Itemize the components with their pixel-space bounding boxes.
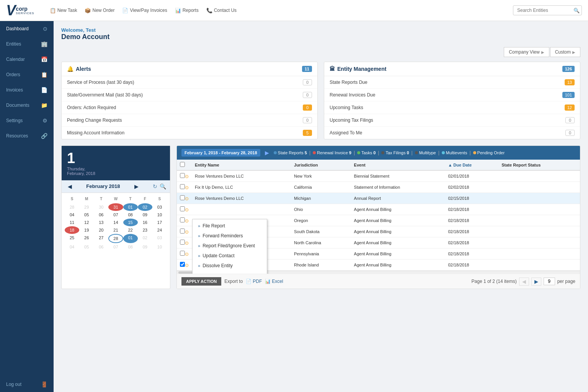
apply-action-btn[interactable]: APPLY ACTION [181, 277, 221, 286]
row-checkbox[interactable] [180, 173, 185, 178]
select-all-header[interactable] [177, 160, 192, 170]
cal-day[interactable]: 27 [94, 234, 108, 243]
cal-day[interactable]: 02 [138, 234, 152, 243]
alerts-row-4[interactable]: Missing Account Information 5 [62, 127, 317, 139]
cal-day[interactable]: 04 [65, 211, 79, 219]
cal-day[interactable]: 20 [94, 226, 108, 234]
alerts-row-2[interactable]: Orders: Action Required 0 [62, 101, 317, 114]
cal-day[interactable]: 07 [108, 243, 123, 251]
status-icon[interactable]: ⊙ [185, 252, 189, 257]
cal-day[interactable]: 11 [65, 219, 79, 226]
cal-day[interactable]: 08 [123, 243, 138, 251]
status-icon[interactable]: ⊙ [185, 207, 189, 212]
cal-day[interactable]: 03 [152, 203, 167, 211]
calendar-next-btn[interactable]: ▶ [132, 183, 141, 190]
status-icon[interactable]: ⊙ [185, 174, 189, 179]
nav-reports[interactable]: 📊 Reports [175, 8, 199, 13]
cal-day[interactable]: 03 [152, 234, 167, 243]
entity-row-2[interactable]: Upcoming Tasks 12 [324, 101, 580, 114]
cal-day[interactable]: 23 [138, 226, 152, 234]
cal-day[interactable]: 07 [108, 211, 123, 219]
row-checkbox[interactable] [180, 240, 185, 245]
row-checkbox[interactable] [180, 206, 185, 211]
cal-day[interactable]: 15 [123, 219, 138, 226]
cal-day[interactable]: 09 [138, 211, 152, 219]
ctx-report-filed[interactable]: » Report Filed/Ignore Event [193, 241, 267, 251]
alerts-row-3[interactable]: Pending Change Requests 0 [62, 114, 317, 127]
entity-row-0[interactable]: State Reports Due 13 [324, 76, 580, 89]
row-checkbox[interactable] [180, 195, 185, 200]
cal-day[interactable]: 04 [65, 243, 79, 251]
entity-row-3[interactable]: Upcoming Tax Filings 0 [324, 114, 580, 127]
cal-day[interactable]: 19 [79, 226, 94, 234]
cal-day[interactable]: 01 [123, 234, 138, 243]
th-due-date[interactable]: ▲ Due Date [445, 160, 498, 170]
th-entity-name[interactable]: Entity Name [192, 160, 291, 170]
sidebar-item-settings[interactable]: Settings ⚙ [0, 113, 54, 128]
status-icon[interactable]: ⊙ [185, 185, 189, 190]
cal-day[interactable]: 31 [108, 203, 123, 211]
cal-day[interactable]: 14 [108, 219, 123, 226]
status-icon[interactable]: ⊙ [185, 229, 189, 235]
sidebar-item-logout[interactable]: Log out 🚪 [0, 377, 54, 392]
page-input[interactable] [544, 278, 555, 285]
cal-day[interactable]: 08 [123, 211, 138, 219]
status-icon[interactable]: ⊙ [185, 196, 189, 201]
ctx-update-contact[interactable]: » Update Contact [193, 251, 267, 261]
custom-view-btn[interactable]: Custom ▶ [550, 47, 580, 57]
cal-day[interactable]: 17 [152, 219, 167, 226]
calendar-refresh-btn[interactable]: ↻ [153, 183, 157, 189]
sidebar-item-dashboard[interactable]: Dashboard ⊙ [0, 21, 54, 36]
nav-new-task[interactable]: 📋 New Task [50, 8, 77, 13]
row-checkbox[interactable] [180, 184, 185, 189]
cal-day[interactable]: 21 [108, 226, 123, 234]
entity-row-4[interactable]: Assigned To Me 0 [324, 127, 580, 139]
ctx-forward-reminders[interactable]: » Forward Reminders [193, 231, 267, 241]
search-icon[interactable]: 🔍 [573, 8, 580, 13]
export-pdf-btn[interactable]: 📄 PDF [246, 279, 262, 284]
alerts-row-0[interactable]: Service of Process (last 30 days) 0 [62, 76, 317, 89]
sidebar-item-invoices[interactable]: Invoices 📄 [0, 82, 54, 98]
sidebar-item-resources[interactable]: Resources 🔗 [0, 128, 54, 144]
sidebar-item-orders[interactable]: Orders 📋 [0, 67, 54, 82]
cal-day[interactable]: 05 [79, 211, 94, 219]
calendar-prev-btn[interactable]: ◀ [65, 183, 74, 190]
cal-day[interactable]: 16 [138, 219, 152, 226]
cal-day[interactable]: 28 [65, 203, 79, 211]
entity-row-1[interactable]: Renewal Invoices Due 101 [324, 89, 580, 101]
sidebar-item-entities[interactable]: Entities 🏢 [0, 36, 54, 52]
export-excel-btn[interactable]: 📊 Excel [265, 279, 283, 284]
status-icon[interactable]: ⊙ [185, 240, 189, 246]
calendar-search-btn[interactable]: 🔍 [160, 183, 166, 189]
entity-name-cell[interactable] [192, 204, 291, 215]
cal-day[interactable]: 29 [79, 203, 94, 211]
th-state-report-status[interactable]: State Report Status [498, 160, 580, 170]
ctx-file-report[interactable]: » File Report [193, 221, 267, 231]
th-jurisdiction[interactable]: Jurisdiction [291, 160, 351, 170]
cal-day[interactable]: 24 [152, 226, 167, 234]
prev-page-btn[interactable]: ◀ [519, 278, 529, 286]
sidebar-item-documents[interactable]: Documents 📁 [0, 98, 54, 113]
cal-day[interactable]: 10 [152, 243, 167, 251]
cal-day[interactable]: 25 [65, 234, 79, 243]
cal-day[interactable]: 30 [94, 203, 108, 211]
company-view-btn[interactable]: Company View ▶ [504, 47, 549, 57]
cal-day[interactable]: 12 [79, 219, 94, 226]
ctx-assign[interactable]: » Assign [193, 271, 267, 274]
select-all-checkbox[interactable] [180, 162, 185, 167]
cal-day[interactable]: 06 [94, 243, 108, 251]
nav-contact-us[interactable]: 📞 Contact Us [206, 8, 237, 13]
entity-name-cell[interactable]: Fix It Up Demo, LLC [192, 182, 291, 193]
row-checkbox[interactable] [180, 229, 185, 234]
cal-day[interactable]: 28 [108, 234, 123, 243]
alerts-row-1[interactable]: State/Government Mail (last 30 days) 0 [62, 89, 317, 101]
cal-day[interactable]: 05 [79, 243, 94, 251]
cal-day[interactable]: 26 [79, 234, 94, 243]
cal-day[interactable]: 01 [123, 203, 138, 211]
entity-name-cell[interactable]: Rose Ventures Demo LLC [192, 170, 291, 182]
cal-day[interactable]: 10 [152, 211, 167, 219]
nav-new-order[interactable]: 📦 New Order [85, 8, 114, 13]
cal-day[interactable]: 09 [138, 243, 152, 251]
entity-name-cell[interactable]: Rose Ventures Demo LLC [192, 193, 291, 204]
next-page-btn[interactable]: ▶ [531, 278, 541, 286]
